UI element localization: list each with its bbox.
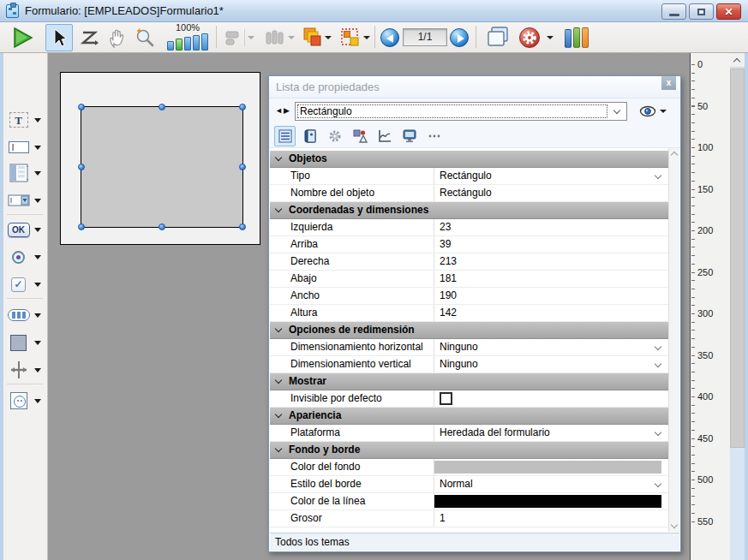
dropdown-chevron-icon[interactable] <box>655 480 661 487</box>
combobox-tool-dropdown-arrow[interactable] <box>34 199 41 203</box>
view-options-button[interactable] <box>639 104 673 119</box>
sidebar-tool-segmented[interactable] <box>7 303 45 327</box>
resize-handle-bottom-right[interactable] <box>239 223 246 230</box>
section-collapse-icon[interactable] <box>275 411 282 418</box>
property-value[interactable]: Ninguno <box>434 339 668 355</box>
sidebar-tool-checkbox[interactable]: ✓ <box>7 272 45 296</box>
property-value[interactable]: 213 <box>434 253 668 270</box>
tab-action[interactable] <box>324 126 345 146</box>
text-tool-dropdown-arrow[interactable] <box>34 118 41 122</box>
listbox-tool-dropdown-arrow[interactable] <box>34 171 41 176</box>
property-value[interactable]: 142 <box>434 305 668 321</box>
close-button[interactable]: ✕ <box>716 3 741 20</box>
property-value[interactable]: 39 <box>434 236 668 253</box>
form-pages-button[interactable] <box>482 24 513 51</box>
actions-button[interactable] <box>517 24 556 51</box>
resize-handle-top-right[interactable] <box>239 104 246 110</box>
minimize-button[interactable] <box>661 3 686 20</box>
property-value[interactable]: Normal <box>434 476 668 492</box>
splitter-tool-dropdown-arrow[interactable] <box>34 368 41 372</box>
next-page-button[interactable] <box>450 28 469 47</box>
dropdown-chevron-icon[interactable] <box>655 429 661 436</box>
object-selector-combo[interactable]: Rectángulo <box>295 102 627 121</box>
property-section-header[interactable]: Coordenadas y dimensiones <box>270 202 668 219</box>
panel-close-button[interactable]: x <box>661 76 676 90</box>
dropdown-chevron-icon[interactable] <box>655 172 661 179</box>
button-tool-dropdown-arrow[interactable] <box>34 228 41 232</box>
field-tool-dropdown-arrow[interactable] <box>34 146 41 150</box>
canvas-vertical-scrollbar[interactable] <box>730 53 745 560</box>
resize-handle-middle-left[interactable] <box>78 164 85 170</box>
property-value[interactable]: Ninguno <box>434 356 668 372</box>
sidebar-tool-splitter[interactable] <box>7 358 45 382</box>
rectangle-tool-dropdown-arrow[interactable] <box>34 341 41 345</box>
section-collapse-icon[interactable] <box>275 206 282 212</box>
entry-order-tool-button[interactable] <box>75 24 103 51</box>
property-value[interactable]: 190 <box>434 288 668 304</box>
color-swatch[interactable] <box>434 495 661 508</box>
property-value[interactable] <box>434 459 668 475</box>
section-collapse-icon[interactable] <box>275 445 282 452</box>
sidebar-tool-field[interactable]: I <box>7 135 45 159</box>
restore-button[interactable] <box>689 3 714 20</box>
section-collapse-icon[interactable] <box>275 377 282 384</box>
scrollbar-up-button[interactable] <box>730 53 745 68</box>
property-value[interactable]: Rectángulo <box>434 168 668 184</box>
form-page[interactable] <box>60 72 260 245</box>
tab-data[interactable] <box>299 126 320 146</box>
property-section-header[interactable]: Objetos <box>270 151 668 168</box>
section-collapse-icon[interactable] <box>275 154 282 161</box>
property-section-header[interactable]: Mostrar <box>270 373 668 390</box>
selected-rectangle-object[interactable] <box>81 106 243 228</box>
checkbox-tool-dropdown-arrow[interactable] <box>34 283 41 287</box>
scrollbar-thumb[interactable] <box>730 69 745 448</box>
sidebar-tool-text[interactable]: T <box>7 108 45 132</box>
distribute-button[interactable] <box>260 24 297 51</box>
property-value[interactable]: Heredada del formulario <box>434 425 668 441</box>
select-tool-button[interactable] <box>45 24 73 51</box>
tab-display[interactable] <box>398 126 420 146</box>
scroll-down-icon[interactable] <box>671 521 678 528</box>
zoom-control[interactable]: 100% <box>160 22 215 53</box>
panel-header[interactable]: Lista de propiedades x <box>269 76 680 98</box>
zoom-tool-button[interactable] <box>131 24 159 51</box>
group-button[interactable] <box>337 24 373 51</box>
property-list-scrollbar[interactable] <box>668 148 679 532</box>
property-value[interactable] <box>434 493 668 509</box>
sidebar-tool-radio[interactable] <box>7 245 45 269</box>
sidebar-tool-rectangle[interactable] <box>7 331 45 354</box>
execute-form-button[interactable] <box>7 24 38 51</box>
property-value[interactable] <box>434 390 668 407</box>
property-value[interactable]: 23 <box>434 219 668 235</box>
align-button[interactable] <box>221 24 257 51</box>
property-value[interactable]: 181 <box>434 271 668 287</box>
scroll-up-icon[interactable] <box>671 152 678 158</box>
pan-tool-button[interactable] <box>104 24 131 51</box>
dropdown-chevron-icon[interactable] <box>655 360 661 367</box>
invisible-checkbox[interactable] <box>440 392 452 405</box>
resize-handle-bottom-left[interactable] <box>78 223 85 230</box>
color-swatch[interactable] <box>434 461 661 474</box>
resize-handle-bottom-middle[interactable] <box>159 223 165 230</box>
property-value[interactable]: 1 <box>434 510 668 527</box>
plugin-tool-dropdown-arrow[interactable] <box>34 399 41 403</box>
property-section-header[interactable]: Fondo y borde <box>270 442 668 459</box>
segmented-tool-dropdown-arrow[interactable] <box>34 313 41 318</box>
library-button[interactable] <box>561 24 594 51</box>
dropdown-chevron-icon[interactable] <box>655 343 661 350</box>
resize-handle-middle-right[interactable] <box>239 164 246 170</box>
resize-handle-top-left[interactable] <box>78 104 85 110</box>
tab-more[interactable] <box>423 126 445 146</box>
object-prev-next-arrows[interactable]: ◄▶ <box>275 106 290 115</box>
property-value[interactable]: Rectángulo <box>434 185 668 201</box>
resize-handle-top-middle[interactable] <box>159 104 165 110</box>
panel-footer[interactable]: Todos los temas <box>270 533 679 551</box>
tab-property-list[interactable] <box>274 126 296 146</box>
sidebar-tool-combobox[interactable] <box>7 188 45 212</box>
tab-objects[interactable] <box>349 126 370 146</box>
radio-tool-dropdown-arrow[interactable] <box>34 255 41 259</box>
previous-page-button[interactable] <box>380 28 399 47</box>
tab-events[interactable] <box>374 126 395 146</box>
property-section-header[interactable]: Apariencia <box>270 408 668 425</box>
sidebar-tool-button[interactable]: OK <box>7 217 45 241</box>
